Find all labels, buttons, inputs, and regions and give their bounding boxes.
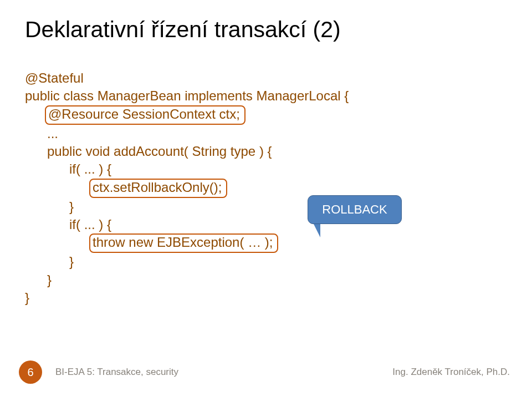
- code-line: @Resource SessionContext ctx;: [25, 105, 507, 125]
- slide-footer: 6 BI-EJA 5: Transakce, security Ing. Zde…: [0, 361, 532, 384]
- code-line: }: [25, 253, 507, 271]
- highlight-box: ctx.setRollbackOnly();: [89, 179, 227, 198]
- code-line: if( ... ) {: [25, 216, 507, 233]
- code-line: if( ... ) {: [25, 160, 507, 178]
- code-line: public class ManagerBean implements Mana…: [25, 87, 507, 105]
- code-line: ...: [25, 125, 507, 143]
- highlight-box: throw new EJBException( … );: [89, 233, 278, 253]
- footer-left-text: BI-EJA 5: Transakce, security: [55, 367, 392, 378]
- highlight-box: @Resource SessionContext ctx;: [45, 105, 245, 125]
- code-line: }: [25, 198, 507, 216]
- footer-right-text: Ing. Zdeněk Troníček, Ph.D.: [392, 367, 510, 378]
- code-line: ctx.setRollbackOnly();: [25, 179, 507, 198]
- code-line: @Stateful: [25, 69, 507, 87]
- code-line: throw new EJBException( … );: [25, 233, 507, 253]
- code-line: public void addAccount( String type ) {: [25, 143, 507, 160]
- slide-title: Deklarativní řízení transakcí (2): [25, 17, 507, 43]
- code-line: }: [25, 289, 507, 307]
- callout-rollback: ROLLBACK: [308, 195, 402, 224]
- code-line: }: [25, 271, 507, 289]
- page-number: 6: [19, 361, 42, 384]
- code-block: @Stateful public class ManagerBean imple…: [25, 69, 507, 307]
